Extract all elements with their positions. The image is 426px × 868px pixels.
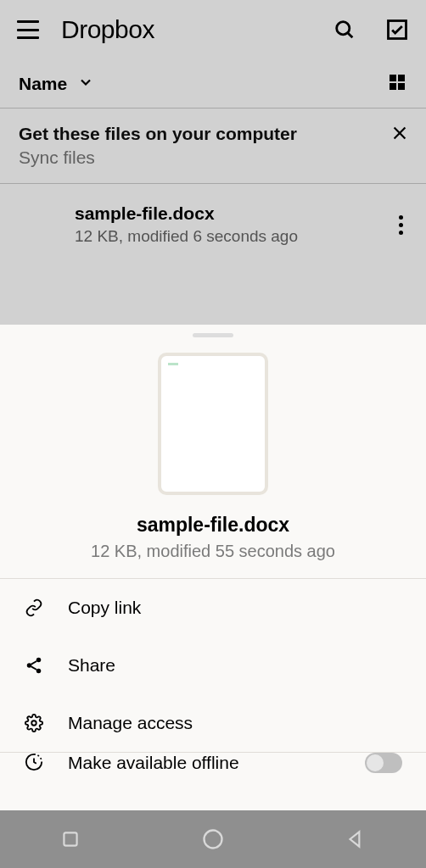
document-thumbnail [158, 353, 268, 495]
offline-action[interactable]: Make available offline [0, 753, 426, 778]
back-button[interactable] [345, 828, 367, 850]
svg-point-10 [27, 663, 32, 668]
scrim-overlay[interactable] [0, 0, 426, 325]
system-nav-bar [0, 810, 426, 868]
offline-label: Make available offline [68, 753, 239, 773]
svg-point-16 [204, 831, 221, 849]
copy-link-label: Copy link [68, 598, 141, 618]
sheet-file-meta: 12 KB, modified 55 seconds ago [91, 542, 335, 561]
svg-rect-15 [64, 832, 77, 845]
recent-apps-button[interactable] [59, 828, 81, 850]
offline-icon [24, 753, 44, 771]
gear-icon [24, 714, 44, 732]
sheet-file-name: sample-file.docx [137, 514, 289, 537]
share-icon [24, 656, 44, 675]
copy-link-action[interactable]: Copy link [0, 579, 426, 637]
manage-access-label: Manage access [68, 713, 193, 733]
sheet-header: sample-file.docx 12 KB, modified 55 seco… [0, 337, 426, 578]
share-action[interactable]: Share [0, 637, 426, 694]
share-label: Share [68, 655, 115, 676]
bottom-sheet: sample-file.docx 12 KB, modified 55 seco… [0, 325, 426, 810]
svg-line-13 [31, 666, 36, 670]
svg-point-11 [36, 669, 42, 674]
svg-point-9 [36, 658, 42, 663]
svg-point-14 [31, 721, 36, 726]
svg-line-12 [31, 661, 36, 665]
link-icon [24, 598, 44, 617]
home-button[interactable] [201, 827, 225, 851]
manage-access-action[interactable]: Manage access [0, 694, 426, 752]
offline-toggle[interactable] [365, 753, 402, 773]
